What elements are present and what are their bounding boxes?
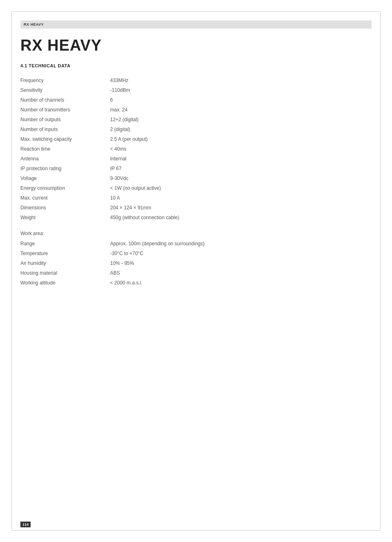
table-row: Sensitivity-110dBm (20, 85, 372, 95)
spec-label: Max. current (20, 193, 110, 203)
spec-value: 2 (digital) (110, 124, 372, 134)
table-row: Max. switching capacity2.5 A (per output… (20, 134, 372, 144)
spec-label: Sensitivity (20, 85, 110, 95)
spec-label: Working altitude (20, 278, 110, 288)
section-heading: 4.1 TECHNICAL DATA (20, 63, 372, 68)
spec-label: Number of outputs (20, 115, 110, 124)
header-bar-title: RX HEAVY (24, 22, 44, 27)
table-row: Air humidity10% - 95% (20, 258, 372, 268)
table-row: Weight450g (without connection cable) (20, 213, 372, 222)
spec-value: 204 × 124 × 91mm (110, 203, 372, 213)
table-row: Housing materialABS (20, 268, 372, 278)
spec-value: 2.5 A (per output) (110, 134, 372, 144)
table-row: Working altitude< 2000 m.a.s.l. (20, 278, 372, 288)
spec-value: < 1W (no output active) (110, 183, 372, 193)
page-title: RX HEAVY (20, 37, 372, 54)
spec-label: Antenna (20, 154, 110, 164)
main-content: RX HEAVY 4.1 TECHNICAL DATA Frequency433… (20, 37, 372, 288)
table-row: Number of outputs12+2 (digital) (20, 115, 372, 124)
page-border-top (11, 11, 381, 12)
work-area-label: Work area: (20, 231, 372, 236)
spec-value: IP 67 (110, 164, 372, 173)
page-border-left (11, 11, 12, 531)
table-row: Energy consumption< 1W (no output active… (20, 183, 372, 193)
spec-label: Frequency (20, 76, 110, 85)
spec-value: -110dBm (110, 85, 372, 95)
table-row: IP protection ratingIP 67 (20, 164, 372, 173)
spec-label: Reaction time (20, 144, 110, 154)
table-row: Reaction time< 40ms (20, 144, 372, 154)
spec-label: Number of inputs (20, 124, 110, 134)
table-row: Dimensions204 × 124 × 91mm (20, 203, 372, 213)
spec-label: IP protection rating (20, 164, 110, 173)
spec-label: Voltage (20, 173, 110, 183)
spec-value: -30°C to +70°C (110, 249, 372, 258)
spec-label: Housing material (20, 268, 110, 278)
page-border-bottom (11, 530, 381, 531)
spec-label: Number of transmitters (20, 105, 110, 115)
table-row: Number of channels6 (20, 95, 372, 105)
page-number: 114 (20, 522, 31, 527)
spec-value: Internal (110, 154, 372, 164)
spec-label: Energy consumption (20, 183, 110, 193)
spec-value: 450g (without connection cable) (110, 213, 372, 222)
table-row: Voltage9-30Vdc (20, 173, 372, 183)
spec-value: 6 (110, 95, 372, 105)
spec-label: Dimensions (20, 203, 110, 213)
spec-label: Temperature (20, 249, 110, 258)
spec-value: 10% - 95% (110, 258, 372, 268)
spec-value: 10 A (110, 193, 372, 203)
table-row: Temperature-30°C to +70°C (20, 249, 372, 258)
work-area-section: Work area: RangeApprox. 100m (depending … (20, 231, 372, 288)
spec-label: Range (20, 239, 110, 249)
spec-value: max. 24 (110, 105, 372, 115)
table-row: RangeApprox. 100m (depending on surround… (20, 239, 372, 249)
page-border-right (380, 11, 381, 531)
spec-value: < 40ms (110, 144, 372, 154)
spec-label: Weight (20, 213, 110, 222)
spec-value: 9-30Vdc (110, 173, 372, 183)
table-row: AntennaInternal (20, 154, 372, 164)
spec-label: Max. switching capacity (20, 134, 110, 144)
table-row: Number of transmittersmax. 24 (20, 105, 372, 115)
spec-value: Approx. 100m (depending on surroundings) (110, 239, 372, 249)
spec-label: Number of channels (20, 95, 110, 105)
header-bar: RX HEAVY (20, 20, 372, 29)
spec-value: 433MHz (110, 76, 372, 85)
footer: 114 (20, 522, 31, 527)
spec-label: Air humidity (20, 258, 110, 268)
table-row: Frequency433MHz (20, 76, 372, 85)
table-row: Max. current10 A (20, 193, 372, 203)
spec-value: ABS (110, 268, 372, 278)
main-spec-table: Frequency433MHzSensitivity-110dBmNumber … (20, 76, 372, 222)
table-row: Number of inputs2 (digital) (20, 124, 372, 134)
spec-value: < 2000 m.a.s.l. (110, 278, 372, 288)
work-area-spec-table: RangeApprox. 100m (depending on surround… (20, 239, 372, 288)
spec-value: 12+2 (digital) (110, 115, 372, 124)
